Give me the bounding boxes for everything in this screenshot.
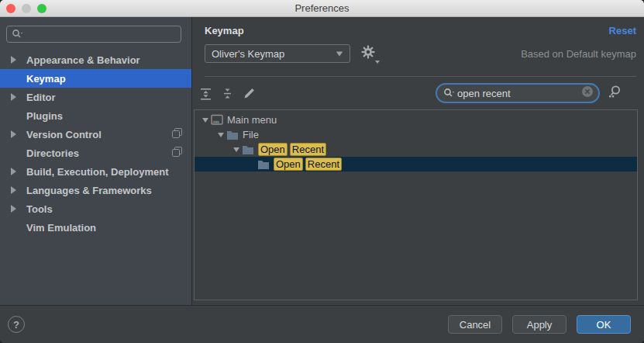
search-icon	[12, 29, 24, 40]
tree-row-main-menu[interactable]: Main menu	[195, 113, 637, 127]
preferences-dialog: Preferences Appearance & Behavior	[0, 0, 644, 343]
tree-row-open-recent-selected[interactable]: Open Recent	[195, 157, 637, 172]
sidebar-item-directories[interactable]: Directories	[0, 144, 191, 162]
chevron-expanded-icon	[233, 147, 239, 152]
sidebar-item-appearance-behavior[interactable]: Appearance & Behavior	[0, 50, 191, 69]
reset-link[interactable]: Reset	[609, 25, 636, 36]
keymap-options-gear-icon[interactable]	[361, 45, 375, 62]
edit-shortcut-pencil-icon[interactable]	[243, 87, 256, 100]
sidebar-item-build-execution-deployment[interactable]: Build, Execution, Deployment	[0, 162, 191, 181]
chevron-expanded-icon	[218, 133, 224, 137]
search-match-token: Recent	[290, 143, 326, 156]
search-icon	[443, 88, 456, 99]
chevron-down-icon	[375, 61, 380, 64]
titlebar: Preferences	[0, 0, 644, 17]
action-search-input[interactable]	[456, 88, 581, 99]
chevron-right-icon	[11, 56, 16, 64]
sidebar-item-plugins[interactable]: Plugins	[0, 106, 191, 125]
zoom-window-icon[interactable]	[37, 4, 46, 13]
sidebar-item-languages-frameworks[interactable]: Languages & Frameworks	[0, 181, 191, 199]
traffic-lights	[6, 4, 46, 13]
chevron-right-icon	[11, 93, 16, 101]
search-match-token: Open	[258, 143, 288, 156]
sidebar-item-tools[interactable]: Tools	[0, 199, 191, 218]
project-level-icon	[172, 128, 182, 140]
settings-sidebar: Appearance & Behavior Keymap Editor Plug…	[0, 17, 192, 305]
chevron-expanded-icon	[202, 118, 208, 123]
collapse-all-icon[interactable]	[221, 87, 234, 100]
help-button[interactable]: ?	[8, 316, 25, 333]
chevron-right-icon	[11, 205, 16, 213]
search-match-token: Open	[274, 158, 303, 171]
sidebar-item-vim-emulation[interactable]: Vim Emulation	[0, 218, 191, 237]
main-menu-icon	[211, 114, 223, 126]
folder-icon	[242, 144, 254, 155]
tree-row-open-recent[interactable]: Open Recent	[195, 142, 637, 157]
chevron-right-icon	[11, 168, 16, 175]
sidebar-item-editor[interactable]: Editor	[0, 88, 191, 106]
keymap-tree-toolbar	[192, 77, 644, 109]
dialog-footer: ? Cancel Apply OK	[0, 305, 644, 343]
folder-icon	[226, 130, 239, 140]
action-search-box[interactable]	[436, 83, 600, 103]
apply-button[interactable]: Apply	[512, 315, 567, 334]
sidebar-search-input[interactable]	[24, 29, 176, 40]
tree-row-file[interactable]: File	[195, 127, 637, 142]
project-level-icon	[172, 147, 182, 159]
folder-icon	[257, 159, 270, 170]
close-window-icon[interactable]	[6, 4, 15, 13]
keymap-selector-dropdown[interactable]: Oliver's Keymap	[205, 44, 350, 63]
chevron-down-icon	[336, 51, 343, 56]
search-match-token: Recent	[305, 158, 342, 171]
expand-all-icon[interactable]	[199, 87, 212, 100]
page-title: Keymap	[205, 25, 244, 36]
chevron-right-icon	[11, 130, 16, 138]
chevron-right-icon	[11, 186, 16, 194]
keymap-actions-tree: Main menu File	[194, 109, 638, 300]
sidebar-item-keymap[interactable]: Keymap	[0, 69, 191, 88]
ok-button[interactable]: OK	[577, 315, 631, 334]
clear-search-icon[interactable]	[581, 85, 594, 101]
sidebar-item-version-control[interactable]: Version Control	[0, 125, 191, 144]
window-title: Preferences	[294, 2, 349, 14]
cancel-button[interactable]: Cancel	[448, 315, 502, 334]
minimize-window-icon[interactable]	[22, 4, 31, 13]
based-on-label: Based on Default keymap	[521, 48, 636, 60]
find-actions-by-shortcut-icon[interactable]	[607, 84, 622, 102]
sidebar-search-box[interactable]	[6, 26, 181, 43]
keymap-settings-panel: Keymap Reset Oliver's Keymap	[192, 17, 644, 305]
